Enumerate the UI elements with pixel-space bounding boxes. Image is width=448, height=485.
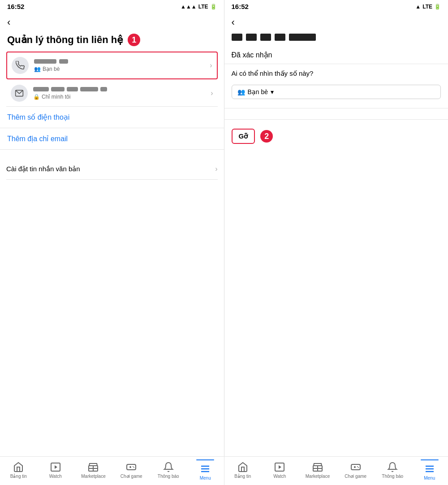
right-screen: 16:52 ▲ LTE 🔋 ‹ Đã xác nhận Ai có thể nh… (224, 0, 448, 456)
remove-btn-area: Gỡ 2 (224, 123, 448, 149)
right-nav-menu[interactable]: Menu (418, 459, 441, 481)
left-nav-marketplace[interactable]: Marketplace (81, 462, 105, 479)
left-nav-menu-label: Menu (200, 476, 211, 481)
lte-label: LTE (198, 4, 208, 10)
people-icon-dropdown: 👥 (237, 88, 245, 95)
page-title: Quản lý thông tin liên hệ (7, 34, 123, 46)
title-block-4 (275, 34, 285, 41)
left-nav-game-label: Chơi game (121, 474, 142, 479)
add-phone-link[interactable]: Thêm số điện thoại (0, 107, 224, 128)
store-icon (88, 462, 99, 472)
left-nav-notification-label: Thông báo (158, 474, 179, 479)
right-menu-active-line (421, 459, 439, 460)
email-icon-circle (11, 85, 28, 102)
right-status-bar: 16:52 ▲ LTE 🔋 (224, 0, 448, 13)
email-contact-left: 🔒 Chỉ mình tôi (11, 85, 107, 102)
confirmed-label: Đã xác nhận (224, 46, 448, 64)
people-icon: 👥 (34, 66, 41, 72)
right-nav-watch-label: Watch (273, 474, 286, 479)
right-nav-marketplace[interactable]: Marketplace (306, 462, 330, 479)
title-block-1 (232, 34, 242, 41)
right-time: 16:52 (232, 3, 249, 10)
dropdown-chevron: ▾ (271, 88, 274, 95)
right-play-icon (274, 462, 285, 472)
email-chevron: › (211, 89, 213, 97)
left-nav-game[interactable]: Chơi game (120, 462, 142, 479)
home-icon (13, 462, 24, 472)
right-nav-notification[interactable]: Thông báo (381, 462, 404, 479)
right-nav-notification-label: Thông báo (382, 474, 403, 479)
right-store-icon (312, 462, 323, 472)
game-icon (126, 462, 137, 472)
left-nav-home-label: Bảng tin (10, 474, 27, 479)
left-bottom-nav: Bảng tin Watch Marketplace Chơi game Thô… (0, 457, 224, 485)
visibility-question: Ai có thể nhìn thấy số này? (224, 64, 448, 83)
right-menu-icon (424, 463, 435, 474)
add-email-link[interactable]: Thêm địa chỉ email (0, 128, 224, 150)
bottom-nav-container: Bảng tin Watch Marketplace Chơi game Thô… (0, 456, 448, 485)
svg-marker-15 (279, 465, 281, 469)
phone-contact-item[interactable]: 👥 Bạn bè › (6, 52, 218, 79)
phone-contact-info: 👥 Bạn bè (34, 59, 68, 72)
bell-icon (163, 462, 174, 472)
right-nav-marketplace-label: Marketplace (306, 474, 330, 479)
settings-chevron: › (215, 165, 217, 173)
divider-2 (224, 119, 448, 120)
right-battery-icon: 🔋 (434, 4, 441, 10)
right-nav-game-label: Chơi game (345, 474, 366, 479)
remove-button[interactable]: Gỡ (232, 129, 255, 144)
battery-icon: 🔋 (210, 4, 217, 10)
right-back-button[interactable]: ‹ (224, 13, 448, 30)
svg-point-22 (357, 466, 358, 467)
step-badge-1: 1 (128, 34, 140, 46)
phone-chevron: › (210, 61, 212, 69)
lock-icon: 🔒 (33, 94, 40, 100)
title-block-5 (289, 34, 316, 41)
left-status-icons: ▲▲▲ LTE 🔋 (181, 4, 216, 10)
right-lte-label: LTE (422, 4, 432, 10)
friends-dropdown[interactable]: 👥 Bạn bè ▾ (232, 85, 441, 99)
right-home-icon (237, 462, 248, 472)
left-status-bar: 16:52 ▲▲▲ LTE 🔋 (0, 0, 224, 13)
email-privacy: 🔒 Chỉ mình tôi (33, 94, 107, 100)
left-back-button[interactable]: ‹ (0, 13, 224, 30)
phone-contact-left: 👥 Bạn bè (12, 57, 68, 74)
email-contact-item[interactable]: 🔒 Chỉ mình tôi › (6, 80, 218, 107)
right-bottom-nav: Bảng tin Watch Marketplace Chơi game Thô… (224, 457, 448, 485)
right-signal-icon: ▲ (415, 4, 421, 10)
svg-point-9 (133, 466, 134, 467)
step-badge-2: 2 (260, 130, 273, 143)
email-contact-info: 🔒 Chỉ mình tôi (33, 87, 107, 100)
right-title-area (224, 30, 448, 46)
right-nav-home[interactable]: Bảng tin (232, 462, 254, 479)
left-nav-watch-label: Watch (49, 474, 62, 479)
svg-marker-2 (55, 465, 57, 469)
left-time: 16:52 (7, 3, 24, 10)
left-nav-home[interactable]: Bảng tin (7, 462, 30, 479)
right-status-icons: ▲ LTE 🔋 (415, 4, 441, 10)
menu-icon (200, 463, 211, 474)
phone-icon-circle (12, 57, 29, 74)
svg-point-23 (358, 467, 359, 468)
left-screen: 16:52 ▲▲▲ LTE 🔋 ‹ Quản lý thông tin liên… (0, 0, 224, 456)
right-nav-home-label: Bảng tin (234, 474, 251, 479)
right-bell-icon (387, 462, 398, 472)
left-nav-menu[interactable]: Menu (194, 459, 216, 481)
divider (224, 108, 448, 108)
menu-active-line (196, 459, 214, 460)
title-block-2 (246, 34, 257, 41)
right-game-icon (350, 462, 361, 472)
left-nav-watch[interactable]: Watch (44, 462, 67, 479)
right-nav-menu-label: Menu (424, 476, 435, 481)
right-nav-game[interactable]: Chơi game (345, 462, 367, 479)
settings-row[interactable]: Cài đặt tin nhắn văn bản › (6, 159, 218, 180)
left-nav-notification[interactable]: Thông báo (157, 462, 180, 479)
title-block-3 (260, 34, 271, 41)
phone-privacy: 👥 Bạn bè (34, 66, 68, 72)
play-icon (50, 462, 61, 472)
page-title-row: Quản lý thông tin liên hệ 1 (0, 30, 224, 52)
svg-point-10 (134, 467, 134, 468)
signal-icon: ▲▲▲ (181, 4, 197, 10)
right-nav-watch[interactable]: Watch (268, 462, 291, 479)
left-nav-marketplace-label: Marketplace (81, 474, 105, 479)
